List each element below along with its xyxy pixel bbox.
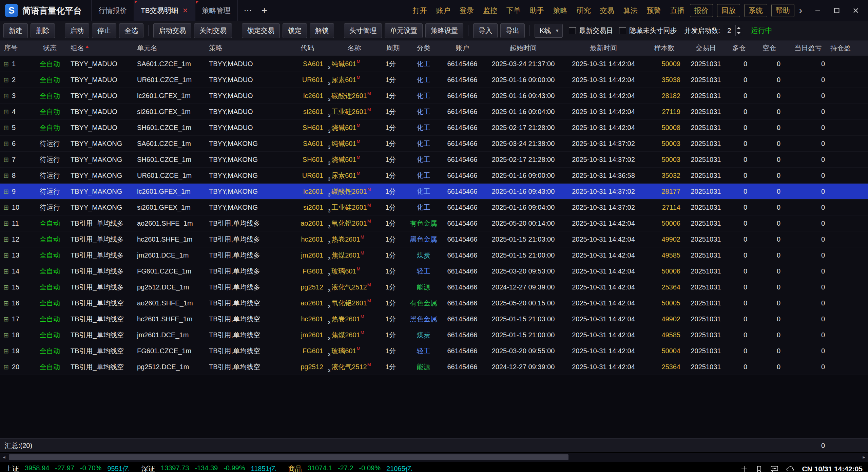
scrollbar-thumb[interactable] <box>9 454 568 460</box>
horizontal-scrollbar[interactable]: ◂ ▸ <box>0 452 868 462</box>
toolbar-button[interactable]: 策略设置 <box>425 23 463 38</box>
crosshair-plus-icon[interactable] <box>740 465 748 472</box>
period-cell: 1分 <box>382 88 404 103</box>
menu-item[interactable]: 下单 <box>506 6 521 15</box>
latest-time-cell: 2025-10-31 14:42:04 <box>565 215 642 231</box>
table-row[interactable]: ⊞3 全自动 TBYY_MADUO lc2601.GFEX_1m TBYY,MA… <box>0 88 868 104</box>
maximize-button[interactable] <box>827 0 846 21</box>
menu-item[interactable]: 助手 <box>530 6 544 15</box>
column-header[interactable]: 名称 <box>327 40 382 56</box>
column-header[interactable]: 当日盈亏 <box>786 40 830 56</box>
menu-button[interactable]: 系统 <box>744 4 767 17</box>
column-header[interactable]: 样本数 <box>642 40 687 56</box>
menu-item[interactable]: 算法 <box>623 6 638 15</box>
column-header[interactable]: 账户 <box>443 40 482 56</box>
column-header[interactable]: 周期 <box>382 40 404 56</box>
table-row[interactable]: ⊞10 待运行 TBYY_MAKONG si2601.GFEX_1m TBYY,… <box>0 200 868 215</box>
table-row[interactable]: ⊞12 全自动 TB引用_单均线多 hc2601.SHFE_1m TB引用,单均… <box>0 231 868 247</box>
scroll-right-arrow-icon[interactable]: ▸ <box>860 453 868 462</box>
table-row[interactable]: ⊞1 全自动 TBYY_MADUO SA601.CZCE_1m TBYY,MAD… <box>0 56 868 72</box>
tab-overflow-button[interactable]: ⋯ <box>244 6 253 15</box>
minimize-button[interactable] <box>808 0 827 21</box>
toolbar-button[interactable]: 锁定 <box>283 23 307 38</box>
menu-item[interactable]: 预警 <box>647 6 661 15</box>
unit-cell: UR601.CZCE_1m <box>133 72 205 88</box>
toolbar-button[interactable]: 新建 <box>3 23 28 38</box>
stepper-up-icon[interactable] <box>736 25 742 31</box>
menu-button[interactable]: 报价 <box>690 4 713 17</box>
toolbar-button[interactable]: 停止 <box>92 23 116 38</box>
menu-expand-chevron-icon[interactable]: › <box>799 5 802 16</box>
column-header[interactable]: 策略 <box>205 40 288 56</box>
table-row[interactable]: ⊞17 全自动 TB引用_单均线空 hc2601.SHFE_1m TB引用,单均… <box>0 311 868 327</box>
table-row[interactable]: ⊞18 全自动 TB引用_单均线空 jm2601.DCE_1m TB引用,单均线… <box>0 327 868 343</box>
menu-item[interactable]: 直播 <box>670 6 684 15</box>
column-header[interactable]: 组名 <box>66 40 133 56</box>
toolbar-button[interactable]: 头寸管理 <box>344 23 382 38</box>
kline-dropdown[interactable]: K线 ▼ <box>535 24 563 38</box>
checkbox-latest-trading-day[interactable]: 最新交易日 <box>569 26 613 35</box>
toolbar-button[interactable]: 导出 <box>500 23 525 38</box>
column-header[interactable]: 分类 <box>404 40 443 56</box>
toolbar-button[interactable]: 关闭交易 <box>194 23 232 38</box>
menu-item[interactable]: 登录 <box>460 6 474 15</box>
toolbar-button[interactable]: 导入 <box>473 23 498 38</box>
table-row[interactable]: ⊞5 全自动 TBYY_MADUO SH601.CZCE_1m TBYY,MAD… <box>0 120 868 136</box>
close-button[interactable] <box>846 0 865 21</box>
table-row[interactable]: ⊞8 待运行 TBYY_MAKONG UR601.CZCE_1m TBYY,MA… <box>0 168 868 184</box>
checkbox-box[interactable] <box>619 27 626 34</box>
column-header[interactable]: 序号 <box>0 40 33 56</box>
tab-TB交易明细[interactable]: TB交易明细✕ <box>134 0 195 21</box>
toolbar-button[interactable]: 全选 <box>119 23 143 38</box>
toolbar-button[interactable]: 解锁 <box>310 23 334 38</box>
menu-item[interactable]: 账户 <box>436 6 450 15</box>
menu-item[interactable]: 策略 <box>553 6 567 15</box>
tab-行情报价[interactable]: 行情报价 <box>92 0 134 21</box>
toolbar-button[interactable]: 删除 <box>31 23 55 38</box>
table-row[interactable]: ⊞19 全自动 TB引用_单均线空 FG601.CZCE_1m TB引用,单均线… <box>0 343 868 359</box>
checkbox-box[interactable] <box>569 27 576 34</box>
table-row[interactable]: ⊞6 待运行 TBYY_MAKONG SA601.CZCE_1m TBYY,MA… <box>0 136 868 152</box>
table-row[interactable]: ⊞16 全自动 TB引用_单均线空 ao2601.SHFE_1m TB引用,单均… <box>0 295 868 311</box>
bookmark-icon[interactable] <box>755 465 763 472</box>
toolbar-button[interactable]: 单元设置 <box>385 23 423 38</box>
tab-close-icon[interactable]: ✕ <box>182 6 188 15</box>
table-row[interactable]: ⊞13 全自动 TB引用_单均线多 jm2601.DCE_1m TB引用,单均线… <box>0 247 868 263</box>
toolbar-button[interactable]: 启动 <box>65 23 89 38</box>
table-row[interactable]: ⊞2 全自动 TBYY_MADUO UR601.CZCE_1m TBYY,MAD… <box>0 72 868 88</box>
scroll-left-arrow-icon[interactable]: ◂ <box>0 453 8 462</box>
column-header[interactable]: 最新时间 <box>565 40 642 56</box>
menu-button[interactable]: 帮助 <box>771 4 794 17</box>
toolbar-button[interactable]: 锁定交易 <box>242 23 280 38</box>
column-header[interactable]: 起始时间 <box>482 40 565 56</box>
cloud-icon[interactable] <box>786 465 795 472</box>
concurrent-stepper[interactable]: 2 <box>723 25 742 36</box>
table-row[interactable]: ⊞20 全自动 TB引用_单均线空 pg2512.DCE_1m TB引用,单均线… <box>0 359 868 375</box>
row-grid-icon: ⊞ <box>3 172 9 179</box>
column-header[interactable]: 持仓盈 <box>830 40 868 56</box>
tab-策略管理[interactable]: 策略管理 <box>195 0 238 21</box>
table-row[interactable]: ⊞4 全自动 TBYY_MADUO si2601.GFEX_1m TBYY,MA… <box>0 104 868 120</box>
column-header[interactable]: 多仓 <box>725 40 753 56</box>
menu-item[interactable]: 交易 <box>600 6 614 15</box>
column-header[interactable]: 状态 <box>33 40 66 56</box>
stepper-down-icon[interactable] <box>736 31 742 36</box>
column-header[interactable]: 代码 <box>288 40 327 56</box>
table-row[interactable]: ⊞11 全自动 TB引用_单均线多 ao2601.SHFE_1m TB引用,单均… <box>0 215 868 231</box>
column-header[interactable]: 空仓 <box>753 40 786 56</box>
menu-item[interactable]: 监控 <box>483 6 497 15</box>
checkbox-hide-unsynced[interactable]: 隐藏未头寸同步 <box>619 26 677 35</box>
column-header[interactable]: 交易日 <box>687 40 725 56</box>
chat-icon[interactable] <box>770 465 779 472</box>
menu-item[interactable]: 研究 <box>577 6 591 15</box>
table-row[interactable]: ⊞14 全自动 TB引用_单均线多 FG601.CZCE_1m TB引用,单均线… <box>0 263 868 279</box>
menu-button[interactable]: 回放 <box>717 4 740 17</box>
table-row[interactable]: ⊞9 待运行 TBYY_MAKONG lc2601.GFEX_1m TBYY,M… <box>0 184 868 200</box>
table-row[interactable]: ⊞7 待运行 TBYY_MAKONG SH601.CZCE_1m TBYY,MA… <box>0 152 868 168</box>
new-tab-button[interactable]: + <box>262 5 268 16</box>
column-header[interactable]: 单元名 <box>133 40 205 56</box>
toolbar-button[interactable]: 启动交易 <box>153 23 191 38</box>
table-row[interactable]: ⊞15 全自动 TB引用_单均线多 pg2512.DCE_1m TB引用,单均线… <box>0 279 868 295</box>
menu-item[interactable]: 打开 <box>413 6 427 15</box>
table-body: ⊞1 全自动 TBYY_MADUO SA601.CZCE_1m TBYY,MAD… <box>0 56 868 375</box>
